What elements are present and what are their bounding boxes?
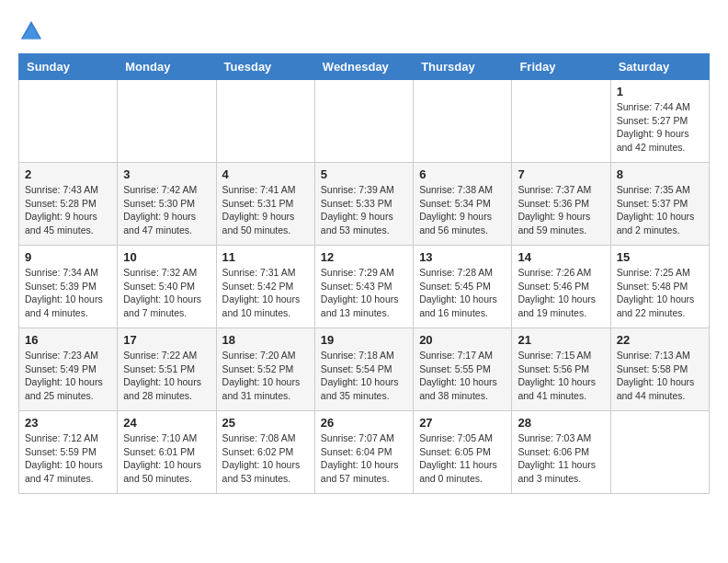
day-number: 3 [123,167,210,181]
day-info: Sunrise: 7:08 AM Sunset: 6:02 PM Dayligh… [222,431,309,486]
weekday-header-tuesday: Tuesday [216,54,314,80]
day-info: Sunrise: 7:29 AM Sunset: 5:43 PM Dayligh… [321,266,407,320]
day-info: Sunrise: 7:12 AM Sunset: 5:59 PM Dayligh… [25,431,111,486]
day-info: Sunrise: 7:38 AM Sunset: 5:34 PM Dayligh… [419,183,506,237]
day-number: 4 [222,167,309,181]
day-info: Sunrise: 7:37 AM Sunset: 5:36 PM Dayligh… [518,183,604,237]
day-number: 7 [518,167,604,181]
day-info: Sunrise: 7:35 AM Sunset: 5:37 PM Dayligh… [617,183,703,237]
day-info: Sunrise: 7:22 AM Sunset: 5:51 PM Dayligh… [123,349,210,403]
weekday-header-thursday: Thursday [414,54,512,80]
calendar-cell: 16Sunrise: 7:23 AM Sunset: 5:49 PM Dayli… [19,328,118,411]
day-info: Sunrise: 7:41 AM Sunset: 5:31 PM Dayligh… [222,183,309,237]
day-number: 20 [419,333,506,347]
day-info: Sunrise: 7:44 AM Sunset: 5:27 PM Dayligh… [617,100,703,155]
calendar-cell [216,80,314,163]
calendar-cell: 19Sunrise: 7:18 AM Sunset: 5:54 PM Dayli… [314,328,413,411]
day-number: 9 [25,250,111,264]
day-info: Sunrise: 7:03 AM Sunset: 6:06 PM Dayligh… [518,431,604,486]
day-info: Sunrise: 7:28 AM Sunset: 5:45 PM Dayligh… [419,266,506,320]
day-info: Sunrise: 7:17 AM Sunset: 5:55 PM Dayligh… [419,349,506,403]
calendar-week-row: 23Sunrise: 7:12 AM Sunset: 5:59 PM Dayli… [19,411,710,494]
calendar-week-row: 9Sunrise: 7:34 AM Sunset: 5:39 PM Daylig… [19,246,710,328]
calendar-cell [118,80,216,163]
calendar-cell: 7Sunrise: 7:37 AM Sunset: 5:36 PM Daylig… [512,163,610,246]
day-number: 13 [419,250,506,264]
weekday-header-monday: Monday [118,54,216,80]
day-number: 28 [518,416,604,430]
calendar-cell: 15Sunrise: 7:25 AM Sunset: 5:48 PM Dayli… [610,246,709,328]
weekday-header-friday: Friday [512,54,610,80]
day-number: 5 [321,167,407,181]
calendar-cell [610,411,709,494]
day-number: 8 [617,167,703,181]
day-info: Sunrise: 7:10 AM Sunset: 6:01 PM Dayligh… [123,431,210,486]
logo [18,18,48,44]
day-number: 22 [617,333,703,347]
calendar-cell: 21Sunrise: 7:15 AM Sunset: 5:56 PM Dayli… [512,328,610,411]
calendar-cell: 18Sunrise: 7:20 AM Sunset: 5:52 PM Dayli… [216,328,314,411]
calendar-cell: 20Sunrise: 7:17 AM Sunset: 5:55 PM Dayli… [414,328,512,411]
day-info: Sunrise: 7:18 AM Sunset: 5:54 PM Dayligh… [321,349,407,403]
calendar-week-row: 16Sunrise: 7:23 AM Sunset: 5:49 PM Dayli… [19,328,710,411]
logo-icon [18,18,44,44]
calendar-cell: 11Sunrise: 7:31 AM Sunset: 5:42 PM Dayli… [216,246,314,328]
day-number: 16 [25,333,111,347]
day-info: Sunrise: 7:25 AM Sunset: 5:48 PM Dayligh… [617,266,703,320]
day-number: 14 [518,250,604,264]
day-number: 17 [123,333,210,347]
calendar-cell: 26Sunrise: 7:07 AM Sunset: 6:04 PM Dayli… [314,411,413,494]
calendar-cell: 4Sunrise: 7:41 AM Sunset: 5:31 PM Daylig… [216,163,314,246]
calendar-cell [512,80,610,163]
calendar-cell: 6Sunrise: 7:38 AM Sunset: 5:34 PM Daylig… [414,163,512,246]
calendar-cell: 10Sunrise: 7:32 AM Sunset: 5:40 PM Dayli… [118,246,216,328]
calendar-cell: 17Sunrise: 7:22 AM Sunset: 5:51 PM Dayli… [118,328,216,411]
weekday-header-sunday: Sunday [19,54,118,80]
day-number: 12 [321,250,407,264]
day-info: Sunrise: 7:39 AM Sunset: 5:33 PM Dayligh… [321,183,407,237]
day-number: 18 [222,333,309,347]
day-number: 11 [222,250,309,264]
calendar-cell: 3Sunrise: 7:42 AM Sunset: 5:30 PM Daylig… [118,163,216,246]
calendar-week-row: 2Sunrise: 7:43 AM Sunset: 5:28 PM Daylig… [19,163,710,246]
day-info: Sunrise: 7:42 AM Sunset: 5:30 PM Dayligh… [123,183,210,237]
day-number: 15 [617,250,703,264]
weekday-header-wednesday: Wednesday [314,54,413,80]
calendar-cell: 2Sunrise: 7:43 AM Sunset: 5:28 PM Daylig… [19,163,118,246]
calendar-cell: 8Sunrise: 7:35 AM Sunset: 5:37 PM Daylig… [610,163,709,246]
day-number: 27 [419,416,506,430]
calendar-cell: 1Sunrise: 7:44 AM Sunset: 5:27 PM Daylig… [610,80,709,163]
day-info: Sunrise: 7:13 AM Sunset: 5:58 PM Dayligh… [617,349,703,403]
calendar-table: SundayMondayTuesdayWednesdayThursdayFrid… [18,53,710,494]
day-number: 10 [123,250,210,264]
calendar-cell: 14Sunrise: 7:26 AM Sunset: 5:46 PM Dayli… [512,246,610,328]
day-info: Sunrise: 7:07 AM Sunset: 6:04 PM Dayligh… [321,431,407,486]
calendar-cell: 23Sunrise: 7:12 AM Sunset: 5:59 PM Dayli… [19,411,118,494]
day-info: Sunrise: 7:23 AM Sunset: 5:49 PM Dayligh… [25,349,111,403]
calendar-cell: 13Sunrise: 7:28 AM Sunset: 5:45 PM Dayli… [414,246,512,328]
day-info: Sunrise: 7:43 AM Sunset: 5:28 PM Dayligh… [25,183,111,237]
day-number: 23 [25,416,111,430]
day-number: 21 [518,333,604,347]
day-number: 6 [419,167,506,181]
day-info: Sunrise: 7:32 AM Sunset: 5:40 PM Dayligh… [123,266,210,320]
calendar-cell: 9Sunrise: 7:34 AM Sunset: 5:39 PM Daylig… [19,246,118,328]
day-info: Sunrise: 7:05 AM Sunset: 6:05 PM Dayligh… [419,431,506,486]
day-info: Sunrise: 7:15 AM Sunset: 5:56 PM Dayligh… [518,349,604,403]
day-info: Sunrise: 7:34 AM Sunset: 5:39 PM Dayligh… [25,266,111,320]
day-number: 24 [123,416,210,430]
calendar-cell [414,80,512,163]
day-number: 26 [321,416,407,430]
calendar-cell: 5Sunrise: 7:39 AM Sunset: 5:33 PM Daylig… [314,163,413,246]
day-info: Sunrise: 7:31 AM Sunset: 5:42 PM Dayligh… [222,266,309,320]
day-number: 2 [25,167,111,181]
calendar-cell [314,80,413,163]
calendar-cell: 25Sunrise: 7:08 AM Sunset: 6:02 PM Dayli… [216,411,314,494]
weekday-header-saturday: Saturday [610,54,709,80]
day-number: 1 [617,85,703,98]
calendar-cell: 22Sunrise: 7:13 AM Sunset: 5:58 PM Dayli… [610,328,709,411]
page-header [18,18,710,44]
weekday-header-row: SundayMondayTuesdayWednesdayThursdayFrid… [19,54,710,80]
day-number: 19 [321,333,407,347]
calendar-cell [19,80,118,163]
